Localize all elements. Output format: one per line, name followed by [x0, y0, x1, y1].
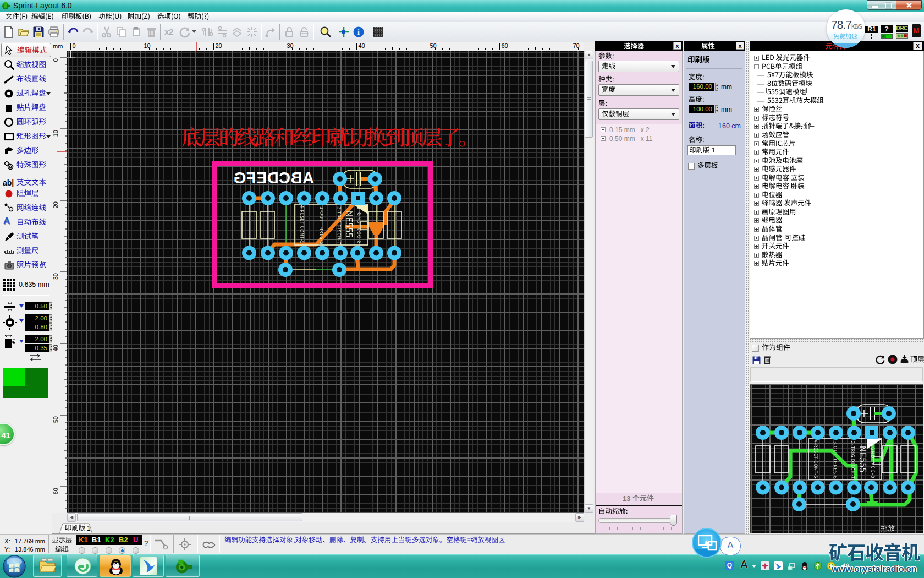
svg-text:i: i	[358, 28, 360, 36]
svg-text:40: 40	[52, 345, 59, 351]
svg-text:60: 60	[52, 488, 59, 494]
svg-text:0: 0	[73, 42, 76, 49]
svg-text:0: 0	[52, 58, 59, 62]
svg-text:30: 30	[52, 273, 59, 280]
svg-text:20: 20	[52, 201, 59, 208]
svg-text:10: 10	[52, 130, 59, 137]
svg-text:50: 50	[52, 416, 59, 423]
